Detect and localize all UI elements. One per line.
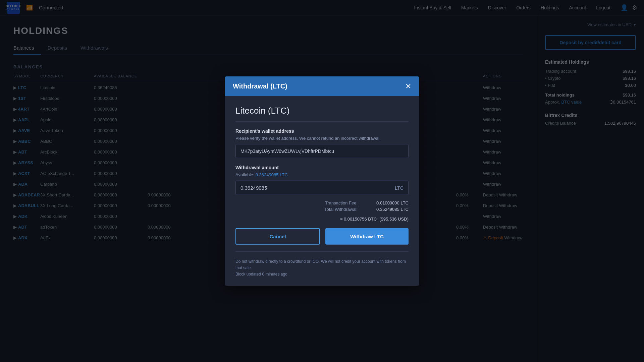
total-withdrawal-row: Total Withdrawal: 0.35249085 LTC bbox=[324, 207, 409, 212]
transaction-fee-value: 0.01000000 LTC bbox=[362, 200, 409, 205]
available-value: 0.36249085 LTC bbox=[256, 172, 288, 177]
cancel-button[interactable]: Cancel bbox=[235, 228, 320, 245]
total-withdrawal-value: 0.35249085 LTC bbox=[362, 207, 409, 212]
withdrawal-modal: Withdrawal (LTC) ✕ Litecoin (LTC) Recipi… bbox=[225, 76, 419, 286]
amount-label: Withdrawal amount bbox=[235, 165, 409, 170]
modal-close-button[interactable]: ✕ bbox=[405, 82, 411, 90]
approx-btc: ≈ 0.00150756 BTC bbox=[340, 217, 377, 222]
transaction-fee-label: Transaction Fee: bbox=[325, 200, 358, 205]
available-line: Available: 0.36249085 LTC bbox=[235, 172, 409, 177]
amount-input-row: LTC bbox=[235, 181, 409, 195]
recipient-note: Please verify the wallet address. We can… bbox=[235, 136, 409, 141]
approx-row: ≈ 0.00150756 BTC ($95.536 USD) bbox=[235, 217, 409, 222]
fee-table: Transaction Fee: 0.01000000 LTC Total Wi… bbox=[235, 200, 409, 212]
amount-unit: LTC bbox=[395, 185, 404, 190]
wallet-address-display: MK7p3atyUAymW6wZUWLvjVDhftrPDMbtcu bbox=[235, 144, 409, 158]
total-withdrawal-label: Total Withdrawal: bbox=[324, 207, 358, 212]
modal-title: Withdrawal (LTC) bbox=[233, 82, 287, 90]
recipient-label: Recipient's wallet address bbox=[235, 128, 409, 134]
transaction-fee-row: Transaction Fee: 0.01000000 LTC bbox=[325, 200, 409, 205]
modal-body: Litecoin (LTC) Recipient's wallet addres… bbox=[225, 96, 419, 286]
modal-footer-note: Do not withdraw directly to a crowdfund … bbox=[235, 258, 409, 278]
modal-header: Withdrawal (LTC) ✕ bbox=[225, 76, 419, 96]
available-label: Available: bbox=[235, 172, 254, 177]
modal-coin-title: Litecoin (LTC) bbox=[235, 106, 409, 122]
amount-input[interactable] bbox=[240, 185, 395, 191]
modal-actions: Cancel Withdraw LTC bbox=[235, 228, 409, 245]
approx-usd: ($95.536 USD) bbox=[379, 217, 409, 222]
withdraw-button[interactable]: Withdraw LTC bbox=[325, 228, 409, 245]
modal-divider bbox=[235, 251, 409, 252]
